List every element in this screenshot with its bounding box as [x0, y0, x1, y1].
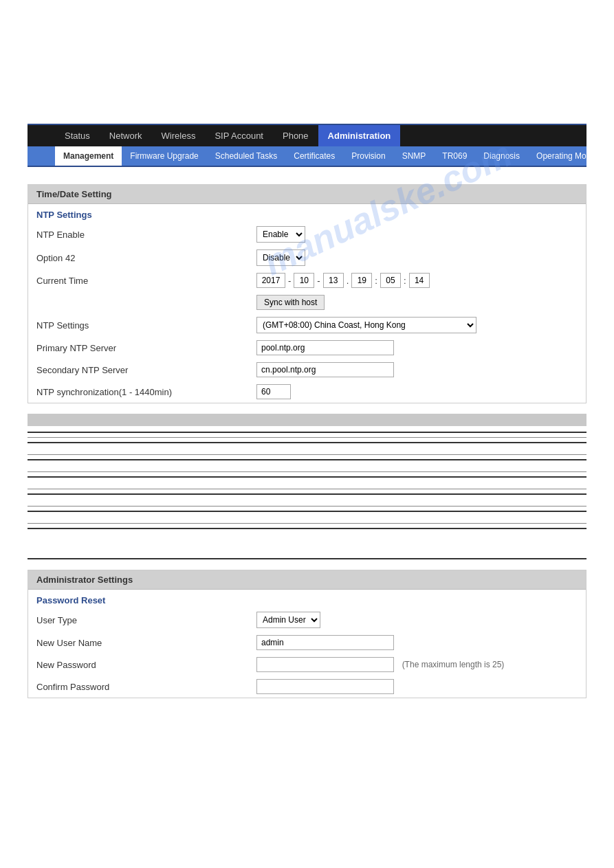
ntp-settings-label: NTP Settings — [28, 313, 248, 337]
time-year-input[interactable] — [256, 273, 285, 288]
admin-section-header: Administrator Settings — [28, 570, 586, 590]
ntp-sync-row: NTP synchronization(1 - 1440min) — [28, 381, 586, 403]
primary-ntp-input[interactable] — [256, 340, 394, 355]
divider-2 — [28, 437, 586, 438]
ntp-settings-row: NTP Settings (GMT+08:00) China Coast, Ho… — [28, 313, 586, 337]
time-sec-input[interactable] — [409, 273, 430, 288]
sep3: . — [345, 276, 351, 286]
new-password-row: New Password (The maximum length is 25) — [28, 654, 586, 676]
divider-8 — [28, 489, 586, 489]
new-password-input[interactable] — [256, 657, 394, 672]
subnav-operating-mode[interactable]: Operating Mode — [528, 146, 604, 166]
primary-ntp-row: Primary NTP Server — [28, 337, 586, 359]
confirm-password-input[interactable] — [256, 679, 394, 694]
new-username-row: New User Name — [28, 632, 586, 654]
nav-sip-account[interactable]: SIP Account — [205, 125, 273, 146]
subnav-scheduled-tasks[interactable]: Scheduled Tasks — [207, 146, 286, 166]
ntp-enable-select[interactable]: Enable Disable — [256, 226, 305, 243]
ntp-sync-input[interactable] — [256, 384, 291, 399]
divider-10 — [28, 506, 586, 507]
divider-7 — [28, 476, 586, 478]
nav-status[interactable]: Status — [55, 125, 100, 146]
secondary-ntp-row: Secondary NTP Server — [28, 359, 586, 381]
option42-select[interactable]: Disable Enable — [256, 249, 305, 266]
ntp-enable-label: NTP Enable — [28, 223, 248, 246]
divider-6 — [28, 471, 586, 472]
user-type-select[interactable]: Admin User Guest User — [256, 612, 320, 628]
subnav-tr069[interactable]: TR069 — [434, 146, 475, 166]
sync-host-label-cell — [28, 291, 248, 313]
divider-11 — [28, 511, 586, 512]
ntp-settings-subheader: NTP Settings — [28, 204, 586, 223]
time-date-section: Time/Date Setting NTP Settings NTP Enabl… — [28, 184, 586, 403]
confirm-password-label: Confirm Password — [28, 676, 248, 698]
nav-administration[interactable]: Administration — [318, 125, 401, 146]
sync-host-button[interactable]: Sync with host — [256, 295, 325, 310]
sub-nav: Management Firmware Upgrade Scheduled Ta… — [28, 146, 586, 166]
option42-label: Option 42 — [28, 246, 248, 269]
password-hint: (The maximum length is 25) — [402, 660, 505, 669]
divider-1 — [28, 432, 586, 433]
ntp-sync-label: NTP synchronization(1 - 1440min) — [28, 381, 248, 403]
divider-3 — [28, 442, 586, 443]
current-time-row: Current Time - - . : : — [28, 269, 586, 291]
ntp-settings-select[interactable]: (GMT+08:00) China Coast, Hong Kong — [256, 317, 476, 333]
nav-wireless[interactable]: Wireless — [152, 125, 206, 146]
time-day-input[interactable] — [323, 273, 344, 288]
time-month-input[interactable] — [294, 273, 314, 288]
new-username-label: New User Name — [28, 632, 248, 654]
sep4: : — [373, 276, 379, 286]
admin-section: Administrator Settings Password Reset Us… — [28, 570, 586, 698]
subnav-firmware-upgrade[interactable]: Firmware Upgrade — [122, 146, 206, 166]
grey-divider-bar-1 — [28, 414, 586, 426]
secondary-ntp-label: Secondary NTP Server — [28, 359, 248, 381]
time-inputs: - - . : : — [256, 273, 578, 288]
divider-12 — [28, 523, 586, 524]
time-date-header: Time/Date Setting — [28, 185, 586, 204]
subnav-snmp[interactable]: SNMP — [394, 146, 435, 166]
current-time-label: Current Time — [28, 269, 248, 291]
primary-ntp-label: Primary NTP Server — [28, 337, 248, 359]
ntp-form-table: NTP Enable Enable Disable Option 42 Disa… — [28, 223, 586, 403]
divider-13 — [28, 528, 586, 529]
divider-5 — [28, 459, 586, 460]
sep1: - — [287, 276, 292, 286]
confirm-password-row: Confirm Password — [28, 676, 586, 698]
new-username-input[interactable] — [256, 635, 394, 650]
option42-row: Option 42 Disable Enable — [28, 246, 586, 269]
user-type-label: User Type — [28, 608, 248, 632]
sep5: : — [402, 276, 408, 286]
ntp-enable-row: NTP Enable Enable Disable — [28, 223, 586, 246]
time-hour-input[interactable] — [351, 273, 372, 288]
divider-4 — [28, 454, 586, 455]
nav-phone[interactable]: Phone — [273, 125, 318, 146]
content-area: manualske.com Time/Date Setting NTP Sett… — [28, 167, 586, 715]
main-nav: Status Network Wireless SIP Account Phon… — [28, 125, 586, 146]
sync-host-row: Sync with host — [28, 291, 586, 313]
subnav-diagnosis[interactable]: Diagnosis — [475, 146, 528, 166]
user-type-row: User Type Admin User Guest User — [28, 608, 586, 632]
divider-9 — [28, 493, 586, 495]
subnav-certificates[interactable]: Certificates — [285, 146, 343, 166]
nav-network[interactable]: Network — [100, 125, 152, 146]
time-min-input[interactable] — [380, 273, 401, 288]
new-password-label: New Password — [28, 654, 248, 676]
divider-14 — [28, 558, 586, 559]
password-reset-subheader: Password Reset — [28, 590, 586, 608]
sep2: - — [316, 276, 321, 286]
admin-form-table: User Type Admin User Guest User New User… — [28, 608, 586, 698]
subnav-provision[interactable]: Provision — [343, 146, 393, 166]
subnav-management[interactable]: Management — [55, 146, 122, 166]
secondary-ntp-input[interactable] — [256, 362, 394, 377]
sub-nav-underline — [28, 166, 586, 167]
